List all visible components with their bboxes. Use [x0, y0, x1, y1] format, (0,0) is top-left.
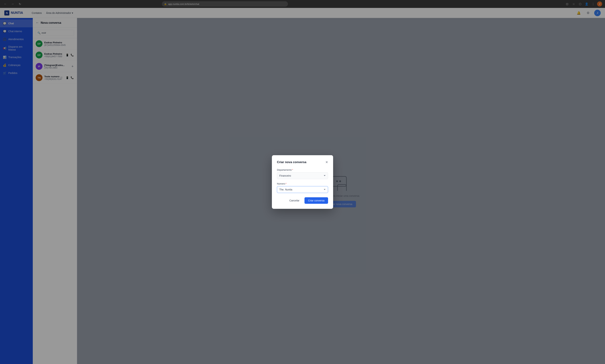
required-indicator: * [292, 169, 293, 171]
modal: Criar nova conversa ✕ Departamento * Fin… [272, 155, 333, 209]
cancel-button[interactable]: Cancelar [287, 197, 302, 204]
modal-actions: Cancelar Criar conversa [277, 197, 328, 204]
modal-overlay[interactable]: Criar nova conversa ✕ Departamento * Fin… [0, 0, 605, 364]
department-select[interactable]: Financeiro Suporte Vendas [277, 172, 328, 179]
modal-header: Criar nova conversa ✕ [277, 160, 328, 164]
number-label: Número * [277, 182, 328, 185]
required-indicator: * [286, 182, 287, 185]
department-label: Departamento * [277, 169, 328, 171]
number-select[interactable]: The. Nuntia [277, 186, 328, 193]
modal-title: Criar nova conversa [277, 160, 306, 164]
department-form-group: Departamento * Financeiro Suporte Vendas [277, 169, 328, 179]
number-form-group: Número * The. Nuntia [277, 182, 328, 193]
modal-close-button[interactable]: ✕ [325, 160, 328, 164]
confirm-button[interactable]: Criar conversa [304, 197, 328, 204]
